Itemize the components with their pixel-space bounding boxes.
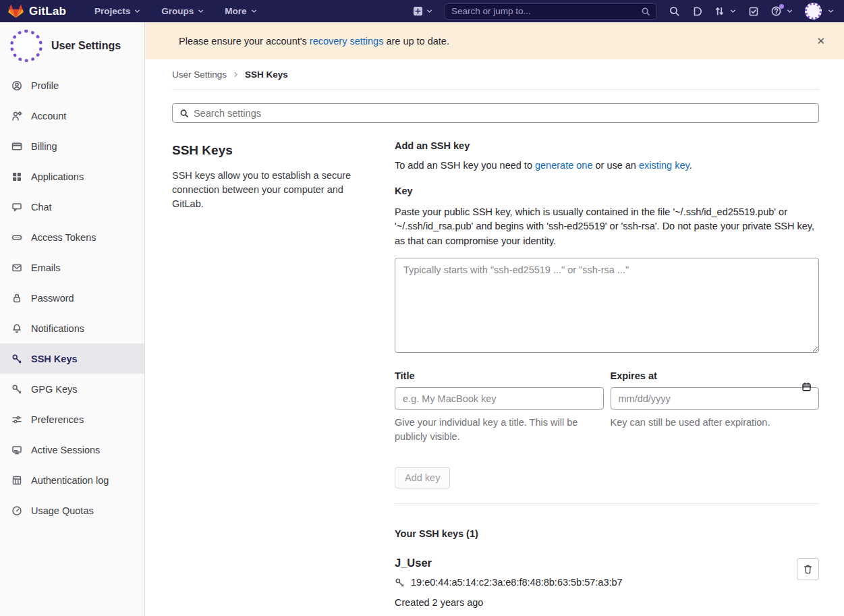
key-icon	[11, 384, 22, 395]
profile-icon	[11, 80, 22, 91]
merge-request-icon[interactable]	[714, 5, 725, 17]
existing-key-link[interactable]: existing key	[639, 160, 690, 171]
title-input[interactable]	[395, 387, 604, 410]
sidebar-item-label: Chat	[31, 202, 52, 213]
sidebar-item-notifications[interactable]: Notifications	[0, 313, 144, 343]
expires-help-text: Key can still be used after expiration.	[611, 416, 820, 430]
sidebar-item-label: Applications	[31, 171, 84, 182]
ssh-key-form: Add an SSH key To add an SSH key you nee…	[395, 140, 819, 616]
key-fingerprint: 19:e0:44:a5:14:c2:3a:e8:f8:48:8b:63:5b:5…	[411, 577, 623, 588]
sidebar-item-label: SSH Keys	[31, 354, 78, 364]
settings-sidebar: User Settings ProfileAccountBillingAppli…	[0, 22, 145, 616]
monitor-icon	[11, 445, 22, 455]
global-search	[445, 3, 657, 20]
bell-icon	[11, 323, 22, 334]
sidebar-item-account[interactable]: Account	[0, 101, 144, 131]
chevron-right-icon	[233, 72, 239, 78]
form-intro: To add an SSH key you need to generate o…	[395, 160, 819, 171]
key-fingerprint-row: 19:e0:44:a5:14:c2:3a:e8:f8:48:8b:63:5b:5…	[395, 577, 819, 588]
sidebar-item-access-tokens[interactable]: Access Tokens	[0, 222, 144, 252]
sidebar-item-emails[interactable]: Emails	[0, 252, 144, 283]
sidebar-item-usage-quotas[interactable]: Usage Quotas	[0, 495, 144, 526]
title-expires-row: Title Give your individual key a title. …	[395, 370, 819, 444]
ssh-key-item: J_User 19:e0:44:a5:14:c2:3a:e8:f8:48:8b:…	[395, 557, 819, 616]
chevron-down-icon[interactable]	[827, 7, 835, 15]
log-icon	[11, 475, 22, 486]
sidebar-item-gpg-keys[interactable]: GPG Keys	[0, 374, 144, 404]
title-field-group: Title Give your individual key a title. …	[395, 370, 604, 444]
top-navbar: GitLab ProjectsGroupsMore	[0, 0, 844, 22]
sidebar-title: User Settings	[51, 40, 121, 52]
chevron-down-icon[interactable]	[729, 7, 737, 15]
key-icon	[11, 354, 22, 364]
generate-one-link[interactable]: generate one	[535, 160, 592, 171]
sidebar-item-label: Preferences	[31, 414, 84, 425]
todos-icon[interactable]	[748, 6, 759, 17]
expires-date-input[interactable]	[611, 387, 820, 410]
tanuki-icon	[8, 4, 24, 19]
sliders-icon	[11, 414, 22, 425]
sidebar-item-label: Authentication log	[31, 475, 109, 486]
alert-text-after: are up to date.	[383, 36, 449, 47]
sidebar-item-authentication-log[interactable]: Authentication log	[0, 465, 144, 495]
user-avatar[interactable]	[805, 3, 822, 20]
your-ssh-keys-title: Your SSH keys (1)	[395, 528, 819, 539]
email-icon	[11, 262, 22, 273]
intro-text: To add an SSH key you need to	[395, 160, 535, 171]
navbar-right	[413, 3, 835, 20]
sidebar-item-ssh-keys[interactable]: SSH Keys	[0, 343, 144, 374]
title-help-text: Give your individual key a title. This w…	[395, 416, 604, 444]
nav-menu-projects[interactable]: Projects	[94, 6, 141, 16]
global-search-input[interactable]	[451, 6, 641, 16]
ssh-key-textarea[interactable]	[395, 258, 819, 353]
add-key-button[interactable]: Add key	[395, 467, 450, 488]
help-icon[interactable]	[770, 5, 782, 17]
alert-text-before: Please ensure your account's	[179, 36, 310, 47]
section-divider	[395, 503, 819, 504]
gitlab-logo[interactable]: GitLab	[8, 4, 66, 19]
sidebar-item-password[interactable]: Password	[0, 283, 144, 313]
alert-text: Please ensure your account's recovery se…	[179, 36, 449, 47]
notification-dot	[779, 4, 784, 9]
lock-icon	[11, 293, 22, 304]
sidebar-item-preferences[interactable]: Preferences	[0, 404, 144, 435]
form-title: Add an SSH key	[395, 140, 819, 151]
sidebar-item-profile[interactable]: Profile	[0, 70, 144, 101]
sidebar-item-label: Access Tokens	[31, 232, 96, 243]
chevron-down-icon	[134, 7, 141, 15]
nav-menu-groups[interactable]: Groups	[161, 6, 204, 16]
sidebar-item-label: GPG Keys	[31, 384, 78, 395]
nav-menu-more[interactable]: More	[225, 6, 257, 16]
recovery-settings-link[interactable]: recovery settings	[310, 36, 384, 47]
chevron-down-icon[interactable]	[786, 7, 793, 15]
delete-key-button[interactable]	[797, 558, 819, 580]
page-description: SSH keys allow you to establish a secure…	[172, 169, 368, 211]
page-title: SSH Keys	[172, 143, 368, 158]
chevron-down-icon	[197, 7, 204, 15]
page-layout: User Settings ProfileAccountBillingAppli…	[0, 22, 844, 616]
sidebar-item-label: Active Sessions	[31, 445, 100, 455]
issues-icon[interactable]	[692, 6, 702, 17]
search-icon-button[interactable]	[669, 5, 680, 17]
nav-menu-label: Groups	[161, 6, 194, 16]
breadcrumb-user-settings[interactable]: User Settings	[172, 69, 227, 80]
sidebar-item-active-sessions[interactable]: Active Sessions	[0, 435, 144, 465]
new-menu-button[interactable]	[413, 6, 433, 16]
title-label: Title	[395, 370, 604, 381]
key-help-text: Paste your public SSH key, which is usua…	[395, 205, 819, 248]
gauge-icon	[11, 505, 22, 516]
close-icon[interactable]: ✕	[812, 32, 829, 50]
sidebar-item-applications[interactable]: Applications	[0, 161, 144, 192]
intro-text: .	[690, 160, 692, 171]
calendar-icon[interactable]	[801, 382, 812, 392]
sidebar-item-billing[interactable]: Billing	[0, 131, 144, 161]
sidebar-item-label: Emails	[31, 262, 61, 273]
account-icon	[11, 111, 22, 121]
expires-field-group: Expires at Key can still be used after e…	[611, 370, 820, 444]
sidebar-item-chat[interactable]: Chat	[0, 192, 144, 222]
settings-search-input[interactable]	[194, 108, 812, 119]
nav-menu-label: Projects	[94, 6, 130, 16]
key-name: J_User	[395, 557, 819, 569]
brand-name: GitLab	[29, 5, 66, 18]
key-icon	[395, 578, 405, 588]
